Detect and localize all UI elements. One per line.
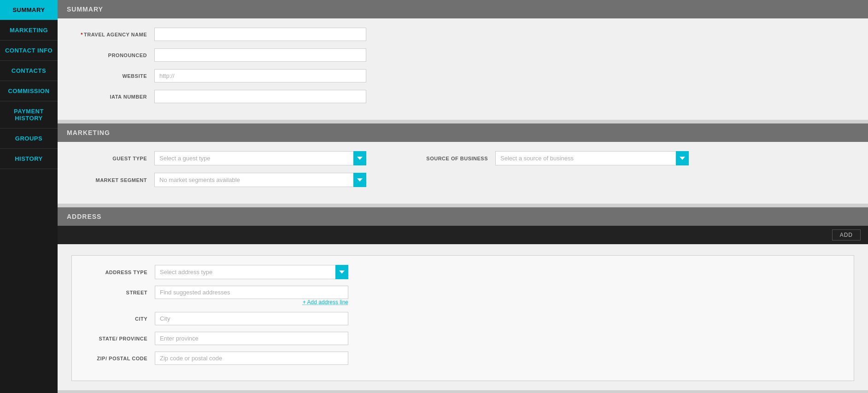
address-card: ADDRESS TYPE Select address type STREET <box>71 255 854 381</box>
address-type-label: ADDRESS TYPE <box>81 270 155 275</box>
source-of-business-select-wrapper: Select a source of business <box>495 151 689 165</box>
market-segment-select[interactable]: No market segments available <box>154 173 366 187</box>
pronounced-input[interactable] <box>154 48 366 62</box>
website-label: WEBSITE <box>71 73 154 79</box>
sidebar-item-contact-info[interactable]: CONTACT INFO <box>0 41 58 61</box>
sidebar-item-contacts[interactable]: CONTACTS <box>0 61 58 81</box>
address-toolbar: ADD <box>58 226 868 244</box>
main-content: SUMMARY *TRAVEL AGENCY NAME PRONOUNCED W… <box>58 0 868 393</box>
iata-number-label: IATA NUMBER <box>71 94 154 100</box>
sidebar: SUMMARY MARKETING CONTACT INFO CONTACTS … <box>0 0 58 393</box>
zip-postal-code-label: ZIP/ POSTAL CODE <box>81 356 155 361</box>
summary-header: SUMMARY <box>58 0 868 18</box>
street-label: STREET <box>81 290 155 295</box>
sidebar-item-commission[interactable]: COMMISSION <box>0 81 58 101</box>
market-segment-row: MARKET SEGMENT No market segments availa… <box>71 173 854 187</box>
sidebar-item-payment-history[interactable]: PAYMENT HISTORY <box>0 101 58 129</box>
state-province-input[interactable] <box>155 332 348 345</box>
marketing-section: MARKETING GUEST TYPE Select a guest type <box>58 123 868 204</box>
guest-type-select-wrapper: Select a guest type <box>154 151 366 165</box>
market-segment-label: MARKET SEGMENT <box>71 177 154 183</box>
city-row: CITY <box>81 312 845 325</box>
guest-type-select[interactable]: Select a guest type <box>154 151 366 165</box>
source-of-business-label: SOURCE OF BUSINESS <box>422 156 495 161</box>
address-type-select-wrapper: Select address type <box>155 265 348 279</box>
iata-number-input[interactable] <box>154 90 366 103</box>
source-of-business-select[interactable]: Select a source of business <box>495 151 689 165</box>
state-province-label: STATE/ PROVINCE <box>81 336 155 341</box>
summary-body: *TRAVEL AGENCY NAME PRONOUNCED WEBSITE I… <box>58 18 868 120</box>
zip-postal-code-input[interactable] <box>155 352 348 365</box>
travel-agency-name-input[interactable] <box>154 28 366 41</box>
add-address-button[interactable]: ADD <box>832 229 861 240</box>
guest-type-row: GUEST TYPE Select a guest type SOURCE OF… <box>71 151 854 165</box>
summary-section: SUMMARY *TRAVEL AGENCY NAME PRONOUNCED W… <box>58 0 868 120</box>
zip-postal-code-row: ZIP/ POSTAL CODE <box>81 352 845 365</box>
sidebar-item-history[interactable]: HISTORY <box>0 149 58 169</box>
street-input[interactable] <box>155 286 348 299</box>
address-section: ADDRESS ADD ADDRESS TYPE Select address … <box>58 207 868 390</box>
sidebar-item-marketing[interactable]: MARKETING <box>0 20 58 41</box>
pronounced-row: PRONOUNCED <box>71 48 854 62</box>
marketing-body: GUEST TYPE Select a guest type SOURCE OF… <box>58 142 868 204</box>
travel-agency-name-row: *TRAVEL AGENCY NAME <box>71 28 854 41</box>
state-province-row: STATE/ PROVINCE <box>81 332 845 345</box>
sidebar-item-groups[interactable]: GROUPS <box>0 129 58 149</box>
website-row: WEBSITE <box>71 69 854 82</box>
address-header: ADDRESS <box>58 207 868 226</box>
pronounced-label: PRONOUNCED <box>71 53 154 58</box>
address-type-select[interactable]: Select address type <box>155 265 348 279</box>
iata-number-row: IATA NUMBER <box>71 90 854 103</box>
travel-agency-name-label: *TRAVEL AGENCY NAME <box>71 32 154 37</box>
street-row: STREET + Add address line <box>81 286 845 305</box>
website-input[interactable] <box>154 69 366 82</box>
marketing-header: MARKETING <box>58 123 868 142</box>
city-label: CITY <box>81 316 155 322</box>
sidebar-item-summary[interactable]: SUMMARY <box>0 0 58 20</box>
address-type-row: ADDRESS TYPE Select address type <box>81 265 845 279</box>
address-form: ADDRESS TYPE Select address type STREET <box>58 244 868 390</box>
guest-type-label: GUEST TYPE <box>71 156 154 161</box>
add-address-line-link[interactable]: + Add address line <box>81 299 348 305</box>
market-segment-select-wrapper: No market segments available <box>154 173 366 187</box>
city-input[interactable] <box>155 312 348 325</box>
